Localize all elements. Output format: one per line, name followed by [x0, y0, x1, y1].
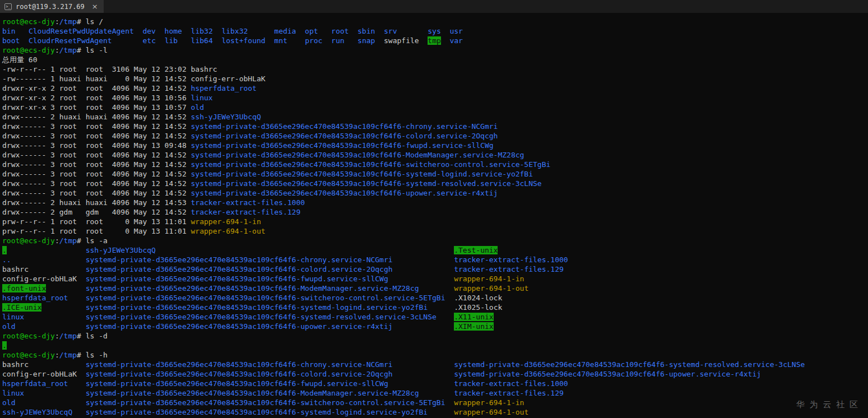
terminal-line: bashrc systemd-private-d3665ee296ec470e8…: [2, 264, 868, 274]
terminal-line: . ssh-yJEWeY3UbcqQ .Test-unix: [2, 245, 868, 255]
terminal-icon: >_: [4, 3, 12, 10]
terminal-line: prw-r--r-- 1 root root 0 May 13 11:01 wr…: [2, 217, 868, 226]
terminal-line: ssh-yJEWeY3UbcqQ systemd-private-d3665ee…: [2, 407, 868, 417]
terminal-line: bin CloudResetPwdUpdateAgent dev home li…: [2, 26, 868, 36]
terminal-line: drwx------ 3 root root 4096 May 12 14:52…: [2, 188, 868, 198]
close-icon[interactable]: ×: [92, 2, 98, 11]
terminal-line: drwxr-xr-x 3 root root 4096 May 13 10:57…: [2, 103, 868, 112]
terminal-line: drwx------ 3 root root 4096 May 12 14:52…: [2, 179, 868, 188]
terminal-line: linux systemd-private-d3665ee296ec470e84…: [2, 312, 868, 322]
terminal-line: hsperfdata_root systemd-private-d3665ee2…: [2, 293, 868, 303]
terminal-tab[interactable]: >_ root@119.3.217.69 ×: [0, 0, 104, 13]
terminal-line: drwx------ 2 huaxi huaxi 4096 May 12 14:…: [2, 198, 868, 207]
terminal-line: linux systemd-private-d3665ee296ec470e84…: [2, 388, 868, 398]
terminal-line: hsperfdata_root systemd-private-d3665ee2…: [2, 379, 868, 388]
terminal-line: drwx------ 3 root root 4096 May 12 14:52…: [2, 131, 868, 141]
terminal-line: drwxr-xr-x 2 root root 4096 May 12 14:52…: [2, 83, 868, 93]
terminal-line: old systemd-private-d3665ee296ec470e8453…: [2, 398, 868, 407]
terminal-line: bashrc systemd-private-d3665ee296ec470e8…: [2, 360, 868, 369]
terminal-line: drwx------ 3 root root 4096 May 12 14:52…: [2, 160, 868, 169]
terminal-line: -rw------- 1 huaxi huaxi 0 May 12 14:52 …: [2, 74, 868, 83]
terminal-line: drwx------ 3 root root 4096 May 13 09:48…: [2, 141, 868, 150]
terminal-line: .. systemd-private-d3665ee296ec470e84539…: [2, 255, 868, 264]
terminal-screen[interactable]: root@ecs-djy:/tmp# ls /bin CloudResetPwd…: [0, 13, 868, 418]
terminal-line: root@ecs-djy:/tmp# ls -d: [2, 331, 868, 341]
terminal-line: .ICE-unix systemd-private-d3665ee296ec47…: [2, 303, 868, 312]
terminal-line: -rw-r--r-- 1 root root 3106 May 12 23:02…: [2, 64, 868, 74]
terminal-line: boot CloudrResetPwdAgent etc lib lib64 l…: [2, 36, 868, 45]
terminal-line: drwx------ 2 gdm gdm 4096 May 12 14:52 t…: [2, 207, 868, 217]
terminal-line: root@ecs-djy:/tmp# ls -l: [2, 45, 868, 55]
terminal-line: root@ecs-djy:/tmp# ls -a: [2, 236, 868, 245]
terminal-line: drwx------ 2 huaxi huaxi 4096 May 12 14:…: [2, 112, 868, 122]
terminal-line: root@ecs-djy:/tmp# ls /: [2, 17, 868, 26]
terminal-line: root@ecs-djy:/tmp# ls -h: [2, 350, 868, 360]
terminal-line: config-err-obHLaK systemd-private-d3665e…: [2, 369, 868, 379]
terminal-line: drwxr-xr-x 2 root root 4096 May 13 10:56…: [2, 93, 868, 103]
terminal-line: .font-unix systemd-private-d3665ee296ec4…: [2, 284, 868, 293]
terminal-line: old systemd-private-d3665ee296ec470e8453…: [2, 322, 868, 331]
title-bar: >_ root@119.3.217.69 ×: [0, 0, 868, 13]
terminal-line: prw-r--r-- 1 root root 0 May 13 11:01 wr…: [2, 226, 868, 236]
terminal-line: drwx------ 3 root root 4096 May 12 14:52…: [2, 150, 868, 160]
terminal-line: drwx------ 3 root root 4096 May 12 14:52…: [2, 169, 868, 179]
terminal-line: 总用量 60: [2, 55, 868, 64]
tab-title: root@119.3.217.69: [16, 3, 85, 11]
watermark: 华 为 云 社 区: [796, 400, 859, 410]
terminal-line: config-err-obHLaK systemd-private-d3665e…: [2, 274, 868, 284]
terminal-line: .: [2, 341, 868, 350]
terminal-line: drwx------ 3 root root 4096 May 12 14:52…: [2, 122, 868, 131]
